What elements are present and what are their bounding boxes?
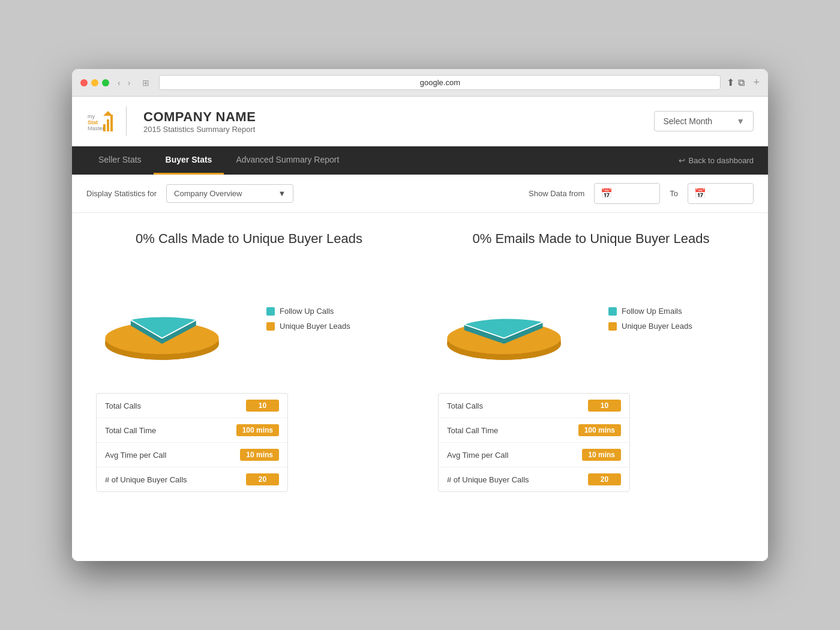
tab-grid-button[interactable]: ⊞ <box>139 77 153 89</box>
logo-icon: my Stat Master <box>86 106 116 136</box>
calendar-to-icon: 📅 <box>694 188 706 199</box>
browser-dots <box>80 79 109 86</box>
select-month-dropdown[interactable]: Select Month ▼ <box>654 111 754 131</box>
emails-stat-label-1: Total Call Time <box>447 426 578 435</box>
tab-buyer-stats[interactable]: Buyer Stats <box>154 146 224 175</box>
new-tab-button[interactable]: + <box>753 76 760 89</box>
legend-follow-up-emails: Follow Up Emails <box>608 307 692 316</box>
display-stats-label: Display Statistics for <box>86 189 157 198</box>
dropdown-caret-icon: ▼ <box>278 189 286 198</box>
calls-chart-title: 0% Calls Made to Unique Buyer Leads <box>96 231 402 247</box>
unique-buyer-leads-emails-label: Unique Buyer Leads <box>622 322 692 331</box>
unique-buyer-leads-emails-color <box>608 322 617 331</box>
calls-stats-table: Total Calls 10 Total Call Time 100 mins … <box>96 393 288 492</box>
date-from-input[interactable]: 📅 <box>594 183 660 204</box>
emails-stat-value-0: 10 <box>588 400 621 412</box>
show-data-label: Show Data from <box>529 189 584 198</box>
svg-text:my: my <box>88 113 95 119</box>
emails-stat-value-2: 10 mins <box>582 449 621 461</box>
calls-stat-label-0: Total Calls <box>105 401 246 410</box>
emails-legend: Follow Up Emails Unique Buyer Leads <box>608 307 692 331</box>
minimize-dot[interactable] <box>91 79 98 86</box>
logo-divider <box>126 106 127 136</box>
company-info: COMPANY NAME 2015 Statistics Summary Rep… <box>136 109 256 134</box>
calls-stat-row-3: # of Unique Buyer Calls 20 <box>97 467 287 491</box>
emails-stat-value-3: 20 <box>588 473 621 485</box>
company-overview-label: Company Overview <box>174 189 242 198</box>
to-label: To <box>670 189 678 198</box>
calls-pie-svg <box>96 259 228 367</box>
calls-stat-label-3: # of Unique Buyer Calls <box>105 475 246 484</box>
calls-stat-row-0: Total Calls 10 <box>97 394 287 418</box>
company-name: COMPANY NAME <box>143 109 256 125</box>
svg-text:Stat: Stat <box>88 119 98 125</box>
calls-stat-value-2: 10 mins <box>240 449 279 461</box>
app-nav: Seller Stats Buyer Stats Advanced Summar… <box>72 146 768 175</box>
calls-stat-row-2: Avg Time per Call 10 mins <box>97 443 287 467</box>
calendar-from-icon: 📅 <box>601 188 613 199</box>
dropdown-arrow-icon: ▼ <box>736 116 745 126</box>
emails-pie-chart <box>438 259 594 379</box>
company-overview-dropdown[interactable]: Company Overview ▼ <box>166 184 293 203</box>
emails-stat-row-2: Avg Time per Call 10 mins <box>439 443 629 467</box>
browser-window: ‹ › ⊞ ⬆ ⧉ + my Stat Master <box>72 69 768 561</box>
calls-legend: Follow Up Calls Unique Buyer Leads <box>266 307 350 331</box>
emails-chart-title: 0% Emails Made to Unique Buyer Leads <box>438 231 744 247</box>
back-button[interactable]: ‹ <box>115 77 123 89</box>
select-month-label: Select Month <box>663 116 712 126</box>
main-content: 0% Calls Made to Unique Buyer Leads <box>72 213 768 561</box>
emails-stat-row-1: Total Call Time 100 mins <box>439 418 629 443</box>
calls-stat-label-2: Avg Time per Call <box>105 451 240 460</box>
calls-stat-value-1: 100 mins <box>236 424 279 436</box>
bookmark-button[interactable]: ⧉ <box>738 77 745 88</box>
browser-nav: ‹ › <box>115 77 133 89</box>
date-to-input[interactable]: 📅 <box>688 183 754 204</box>
maximize-dot[interactable] <box>102 79 109 86</box>
legend-unique-buyer-leads-calls: Unique Buyer Leads <box>266 322 350 331</box>
company-subtitle: 2015 Statistics Summary Report <box>143 125 256 134</box>
back-arrow-icon: ↩ <box>679 156 685 165</box>
svg-text:Master: Master <box>88 125 104 131</box>
unique-buyer-leads-calls-label: Unique Buyer Leads <box>280 322 350 331</box>
emails-stat-label-2: Avg Time per Call <box>447 451 582 460</box>
emails-stat-label-3: # of Unique Buyer Calls <box>447 475 588 484</box>
emails-stats-table: Total Calls 10 Total Call Time 100 mins … <box>438 393 630 492</box>
calls-chart-section: 0% Calls Made to Unique Buyer Leads <box>96 231 402 492</box>
follow-up-calls-color <box>266 307 275 316</box>
tab-seller-stats[interactable]: Seller Stats <box>86 146 154 175</box>
close-dot[interactable] <box>80 79 88 86</box>
follow-up-calls-label: Follow Up Calls <box>280 307 334 316</box>
tab-advanced-summary[interactable]: Advanced Summary Report <box>224 146 351 175</box>
follow-up-emails-label: Follow Up Emails <box>622 307 682 316</box>
emails-stat-value-1: 100 mins <box>578 424 621 436</box>
app-container: my Stat Master COMPANY NAME 2015 Statist <box>72 97 768 561</box>
emails-pie-svg <box>438 259 570 367</box>
emails-stat-label-0: Total Calls <box>447 401 588 410</box>
emails-stat-row-0: Total Calls 10 <box>439 394 629 418</box>
share-button[interactable]: ⬆ <box>727 77 734 88</box>
calls-stat-value-0: 10 <box>246 400 279 412</box>
filter-bar: Display Statistics for Company Overview … <box>72 175 768 213</box>
calls-stat-value-3: 20 <box>246 473 279 485</box>
legend-unique-buyer-leads-emails: Unique Buyer Leads <box>608 322 692 331</box>
emails-stat-row-3: # of Unique Buyer Calls 20 <box>439 467 629 491</box>
header-left: my Stat Master COMPANY NAME 2015 Statist <box>86 106 256 136</box>
browser-titlebar: ‹ › ⊞ ⬆ ⧉ + <box>72 69 768 97</box>
svg-rect-4 <box>107 119 109 131</box>
charts-row: 0% Calls Made to Unique Buyer Leads <box>96 231 744 492</box>
follow-up-emails-color <box>608 307 617 316</box>
calls-chart-area: Follow Up Calls Unique Buyer Leads <box>96 259 402 379</box>
back-to-dashboard-link[interactable]: ↩ Back to dashboard <box>679 156 754 165</box>
svg-rect-5 <box>110 115 113 131</box>
calls-stat-row-1: Total Call Time 100 mins <box>97 418 287 443</box>
svg-rect-3 <box>103 124 106 131</box>
emails-chart-section: 0% Emails Made to Unique Buyer Leads <box>438 231 744 492</box>
forward-button[interactable]: › <box>125 77 133 89</box>
legend-follow-up-calls: Follow Up Calls <box>266 307 350 316</box>
logo-area: my Stat Master <box>86 106 116 136</box>
address-bar[interactable] <box>159 75 721 90</box>
app-header: my Stat Master COMPANY NAME 2015 Statist <box>72 97 768 146</box>
calls-stat-label-1: Total Call Time <box>105 426 236 435</box>
back-label: Back to dashboard <box>689 156 754 165</box>
unique-buyer-leads-calls-color <box>266 322 275 331</box>
